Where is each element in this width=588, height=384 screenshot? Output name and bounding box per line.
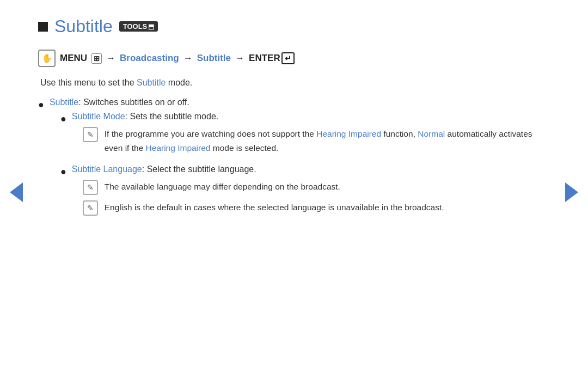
subtitle-mode-content: Subtitle Mode: Sets the subtitle mode. ✎…: [72, 112, 544, 160]
nav-arrow-right[interactable]: [565, 182, 578, 202]
title-row: Subtitle TOOLS⬒: [38, 16, 544, 36]
tools-label: TOOLS: [123, 22, 148, 31]
main-bullet-list: ● Subtitle: Switches subtitles on or off…: [38, 97, 544, 225]
note-text-hearing: If the programme you are watching does n…: [105, 127, 544, 155]
tools-badge: TOOLS⬒: [119, 21, 158, 32]
subtitle-bullet-text: : Switches subtitles on or off.: [78, 97, 189, 107]
list-item-subtitle-mode: ● Subtitle Mode: Sets the subtitle mode.…: [60, 112, 544, 160]
main-content: Subtitle TOOLS⬒ ✋ MENU ⊞ → Broadcasting …: [0, 0, 588, 246]
subtitle-language-text: : Select the subtitle language.: [142, 164, 256, 174]
enter-icon: ↵: [281, 52, 295, 64]
note-block-language-2: ✎ English is the default in cases where …: [83, 200, 444, 216]
menu-label: MENU: [60, 53, 87, 64]
subtitle-link: Subtitle: [197, 53, 231, 64]
hearing-impaired-1: Hearing Impaired: [316, 129, 381, 138]
menu-path-row: ✋ MENU ⊞ → Broadcasting → Subtitle → ENT…: [38, 50, 544, 67]
menu-grid-icon: ⊞: [91, 53, 102, 64]
subtitle-bullet-label: Subtitle: [50, 97, 78, 107]
list-item-subtitle-language: ● Subtitle Language: Select the subtitle…: [60, 164, 544, 221]
note-icon-1: ✎: [83, 127, 98, 142]
nav-arrow-left[interactable]: [10, 182, 23, 202]
arrow1: →: [106, 53, 115, 64]
subtitle-mode-text: : Sets the subtitle mode.: [125, 112, 219, 121]
normal-label: Normal: [418, 129, 445, 138]
subtitle-inline: Subtitle: [137, 78, 166, 87]
arrow3: →: [235, 53, 244, 64]
hearing-impaired-2: Hearing Impaired: [146, 143, 211, 153]
note-text-language-1: The available language may differ depend…: [105, 180, 444, 194]
list-item-subtitle-content: Subtitle: Switches subtitles on or off. …: [50, 97, 544, 225]
broadcasting-link: Broadcasting: [120, 53, 179, 64]
page-title: Subtitle: [54, 16, 113, 36]
description-text: Use this menu to set the Subtitle mode.: [40, 78, 544, 88]
arrow2: →: [183, 53, 193, 64]
bullet-dot-lang: ●: [60, 164, 66, 179]
menu-hand-icon: ✋: [38, 50, 56, 67]
title-square-icon: [38, 22, 48, 32]
sub-bullet-list: ● Subtitle Mode: Sets the subtitle mode.…: [60, 112, 544, 221]
list-item-subtitle: ● Subtitle: Switches subtitles on or off…: [38, 97, 544, 225]
subtitle-language-label: Subtitle Language: [72, 164, 142, 174]
note-icon-3: ✎: [83, 200, 98, 216]
subtitle-mode-label: Subtitle Mode: [72, 112, 125, 121]
note-block-language-1: ✎ The available language may differ depe…: [83, 180, 444, 195]
tools-icon: ⬒: [148, 23, 154, 31]
note-icon-2: ✎: [83, 180, 98, 195]
note-block-hearing: ✎ If the programme you are watching does…: [83, 127, 544, 155]
bullet-dot-mode: ●: [60, 112, 66, 126]
note-text-language-2: English is the default in cases where th…: [105, 200, 444, 215]
subtitle-language-content: Subtitle Language: Select the subtitle l…: [72, 164, 444, 221]
bullet-dot-1: ●: [38, 97, 44, 112]
enter-label: ENTER↵: [249, 52, 295, 64]
